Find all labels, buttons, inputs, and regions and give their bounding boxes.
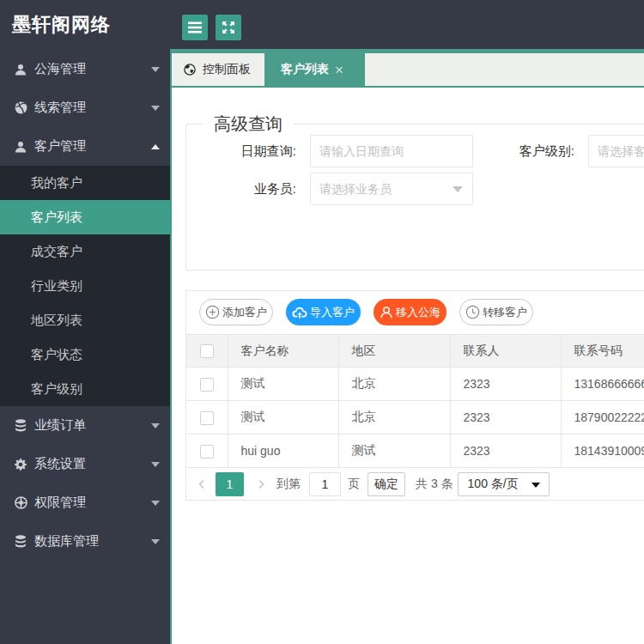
cell-region: 测试 — [338, 434, 450, 468]
button-label: 移入公海 — [396, 305, 440, 320]
tab-customer-list[interactable]: 客户列表 × — [264, 53, 365, 86]
customer-table: 客户名称 地区 联系人 联系号码 测试北京232313168666666测试北京… — [186, 334, 644, 468]
sidebar-subitem-3[interactable]: 行业类别 — [0, 269, 170, 303]
jump-prefix: 到第 — [276, 477, 301, 492]
tab-bar: 控制面板 客户列表 × — [172, 49, 644, 88]
customer-table-card: 添加客户 导入客户 移入公海 — [185, 290, 644, 501]
sidebar-item-label: 系统设置 — [34, 456, 86, 472]
cell-phone: 18790022222 — [561, 401, 644, 434]
globe-icon — [184, 64, 196, 76]
import-customer-button[interactable]: 导入客户 — [286, 299, 361, 325]
brand-logo: 墨轩阁网络 — [0, 0, 170, 50]
chevron-down-icon — [151, 67, 160, 72]
cell-contact: 2323 — [450, 434, 561, 468]
move-to-public-button[interactable]: 移入公海 — [374, 299, 447, 325]
database-icon — [14, 535, 27, 549]
sidebar-item-label: 业绩订单 — [34, 417, 86, 434]
sidebar-item-3[interactable]: 业绩订单 — [0, 406, 170, 445]
confirm-page-button[interactable]: 确定 — [368, 472, 405, 496]
database-icon — [14, 419, 27, 433]
collapse-menu-button[interactable] — [182, 15, 208, 40]
table-row: hui guo测试232318143910009 — [186, 434, 644, 468]
chevron-down-icon — [151, 501, 160, 506]
sidebar-subitem-0[interactable]: 我的客户 — [0, 166, 170, 200]
transfer-customer-button[interactable]: 转移客户 — [459, 299, 533, 325]
customer-level-label: 客户级别: — [489, 143, 588, 160]
salesman-select[interactable] — [310, 173, 473, 205]
select-caret-icon — [532, 483, 540, 488]
sidebar-item-5[interactable]: 权限管理 — [0, 483, 170, 522]
user-icon — [14, 140, 27, 154]
sidebar-subitem-6[interactable]: 客户级别 — [0, 372, 170, 406]
sidebar-item-label: 线索管理 — [34, 100, 86, 116]
button-label: 添加客户 — [222, 305, 267, 320]
sidebar-subitem-4[interactable]: 地区列表 — [0, 303, 170, 337]
sidebar-item-6[interactable]: 数据库管理 — [0, 522, 170, 561]
jump-suffix: 页 — [348, 477, 360, 492]
tab-label: 控制面板 — [203, 62, 251, 77]
sidebar-item-label: 权限管理 — [34, 495, 86, 511]
customer-level-select[interactable] — [588, 135, 644, 167]
close-tab-icon[interactable]: × — [335, 63, 343, 77]
cell-customer-name: hui guo — [228, 434, 338, 468]
next-page-icon[interactable] — [256, 479, 266, 489]
tab-label: 客户列表 — [281, 62, 329, 77]
total-count: 共 3 条 — [416, 477, 453, 492]
cell-region: 北京 — [338, 401, 450, 434]
cell-phone: 18143910009 — [561, 434, 644, 468]
col-contact: 联系人 — [450, 335, 561, 368]
user-icon — [14, 63, 27, 76]
sidebar-subitem-5[interactable]: 客户状态 — [0, 337, 170, 372]
table-row: 测试北京232313168666666 — [186, 368, 644, 401]
advanced-query-panel: 高级查询 日期查询: 客户级别: 业务员: — [185, 112, 644, 270]
button-label: 转移客户 — [483, 305, 527, 320]
tab-bar-bottom-strip — [172, 86, 644, 88]
advanced-query-legend: 高级查询 — [203, 112, 294, 136]
sidebar-item-0[interactable]: 公海管理 — [0, 50, 170, 88]
pagination: 1 到第 页 确定 共 3 条 100 条/页 — [186, 468, 644, 500]
button-label: 导入客户 — [310, 305, 355, 320]
sidebar-subitem-1[interactable]: 客户列表 — [0, 200, 170, 234]
row-checkbox[interactable] — [200, 411, 214, 425]
cell-contact: 2323 — [450, 401, 561, 434]
date-query-input[interactable] — [310, 135, 473, 167]
sidebar: 墨轩阁网络 公海管理线索管理客户管理我的客户客户列表成交客户行业类别地区列表客户… — [0, 0, 170, 644]
hamburger-icon — [188, 21, 202, 33]
sidebar-accent-divider — [170, 49, 172, 644]
row-checkbox[interactable] — [200, 378, 214, 392]
current-page-badge[interactable]: 1 — [216, 472, 244, 496]
page-size-select[interactable]: 100 条/页 — [458, 472, 550, 496]
fullscreen-button[interactable] — [216, 15, 241, 40]
cell-region: 北京 — [338, 368, 450, 401]
sidebar-item-label: 公海管理 — [34, 61, 86, 77]
chevron-down-icon — [151, 462, 160, 467]
main-content: 高级查询 日期查询: 客户级别: 业务员: — [172, 88, 644, 644]
table-header-row: 客户名称 地区 联系人 联系号码 — [186, 335, 644, 368]
chevron-down-icon — [151, 539, 160, 544]
globe-icon — [14, 101, 27, 115]
globe-grid-icon — [14, 496, 27, 510]
sidebar-item-label: 客户管理 — [34, 138, 86, 155]
plus-circle-icon — [205, 305, 220, 319]
select-all-checkbox[interactable] — [200, 344, 214, 358]
cell-customer-name: 测试 — [228, 401, 338, 434]
col-phone: 联系号码 — [561, 335, 644, 368]
user-icon — [380, 306, 393, 319]
jump-page-input[interactable] — [309, 472, 341, 496]
add-customer-button[interactable]: 添加客户 — [199, 299, 273, 325]
sidebar-item-1[interactable]: 线索管理 — [0, 88, 170, 127]
date-query-label: 日期查询: — [186, 143, 310, 160]
sidebar-item-4[interactable]: 系统设置 — [0, 445, 170, 483]
sidebar-item-label: 数据库管理 — [34, 533, 99, 550]
fullscreen-icon — [222, 21, 235, 34]
tab-dashboard[interactable]: 控制面板 — [172, 53, 264, 86]
chevron-up-icon — [151, 144, 160, 149]
sidebar-subitem-2[interactable]: 成交客户 — [0, 234, 170, 269]
gear-icon — [14, 458, 27, 471]
cloud-upload-icon — [292, 306, 307, 319]
sidebar-item-2[interactable]: 客户管理 — [0, 127, 170, 166]
clock-icon — [465, 305, 480, 319]
prev-page-icon[interactable] — [197, 479, 207, 489]
page-size-value: 100 条/页 — [468, 477, 519, 492]
row-checkbox[interactable] — [200, 445, 214, 459]
